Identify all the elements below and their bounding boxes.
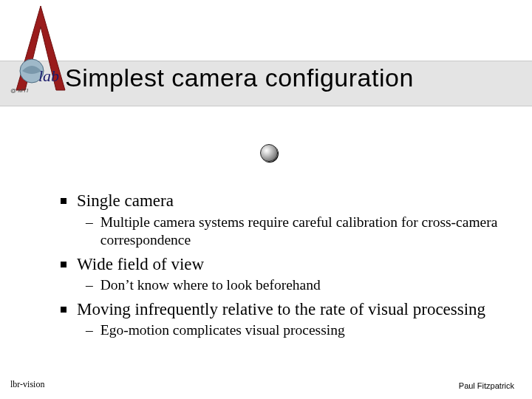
square-bullet-icon: [61, 198, 66, 204]
logo-tag: @ MTI: [10, 87, 28, 94]
sub-list-item: – Ego-motion complicates visual processi…: [86, 321, 502, 339]
sub-bullet-text: Don’t know where to look beforehand: [100, 276, 321, 294]
bullet-list: Single camera – Multiple camera systems …: [61, 191, 502, 340]
dash-bullet-icon: –: [86, 214, 93, 231]
sub-bullet-text: Ego-motion complicates visual processing: [100, 321, 345, 339]
bullet-text: Wide field of view: [77, 254, 204, 276]
bullet-text: Moving infrequently relative to the rate…: [77, 299, 485, 321]
content-area: Single camera – Multiple camera systems …: [61, 191, 502, 344]
slide: Simplest camera configuration lab @ MTI …: [0, 0, 532, 399]
bullet-text: Single camera: [77, 191, 174, 212]
list-item: Single camera – Multiple camera systems …: [61, 191, 502, 250]
sub-list-item: – Don’t know where to look beforehand: [86, 276, 502, 294]
sub-list-item: – Multiple camera systems require carefu…: [86, 214, 502, 250]
square-bullet-icon: [61, 307, 66, 313]
slide-title: Simplest camera configuration: [65, 64, 414, 92]
footer-left: lbr-vision: [10, 379, 44, 390]
footer-right: Paul Fitzpatrick: [459, 381, 514, 390]
list-item: Wide field of view – Don’t know where to…: [61, 254, 502, 295]
sub-bullet-text: Multiple camera systems require careful …: [100, 214, 502, 250]
dash-bullet-icon: –: [86, 276, 93, 294]
dash-bullet-icon: –: [86, 321, 93, 339]
camera-lens-icon: [260, 144, 278, 162]
logo-word: lab: [38, 66, 59, 85]
list-item: Moving infrequently relative to the rate…: [61, 299, 502, 340]
square-bullet-icon: [61, 262, 66, 267]
